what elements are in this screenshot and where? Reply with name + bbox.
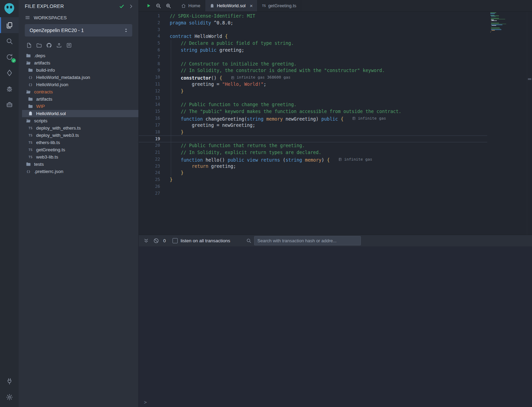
tree-item-artifacts[interactable]: artifacts — [22, 59, 138, 67]
code-line[interactable]: 13 — [139, 95, 487, 102]
run-script-button[interactable] — [146, 3, 151, 8]
line-number: 23 — [139, 163, 160, 170]
code-line[interactable]: 15 // The "public" keyword makes the fun… — [139, 108, 487, 115]
folder-icon — [25, 162, 31, 167]
code-line[interactable]: 2pragma solidity ^0.8.0; — [139, 20, 487, 27]
code-line[interactable]: 11 greeting = "Hello, World!"; — [139, 81, 487, 88]
workspaces-label: WORKSPACES — [34, 15, 67, 20]
code-line[interactable]: 17 greeting = newGreeting; — [139, 122, 487, 129]
tree-item-tests[interactable]: tests — [22, 161, 138, 168]
code-line[interactable]: 24 } — [139, 170, 487, 176]
code-region[interactable]: 1// SPDX-License-Identifier: MIT2pragma … — [139, 12, 487, 197]
clear-console-icon[interactable] — [153, 238, 159, 244]
code-line[interactable]: 22 function hello() public view returns … — [139, 156, 487, 163]
tree-item-contracts[interactable]: contracts — [22, 88, 138, 95]
tree-item-ethers-lib-ts[interactable]: TSethers-lib.ts — [22, 139, 138, 146]
tab-getgreeting-ts[interactable]: TSgetGreeting.ts — [258, 0, 301, 11]
search-in-files-icon[interactable] — [0, 33, 19, 49]
tree-item-deploy-with-ethers-ts[interactable]: TSdeploy_with_ethers.ts — [22, 124, 138, 132]
line-number: 6 — [139, 47, 160, 54]
terminal-search-input[interactable] — [254, 236, 361, 245]
tree-item-helloworld-sol[interactable]: HelloWorld.sol — [22, 110, 138, 117]
zoom-in-button[interactable] — [166, 3, 171, 9]
tree-item-getgreeting-ts[interactable]: TSgetGreeting.ts — [22, 146, 138, 153]
plugin-manager-icon[interactable] — [0, 96, 19, 112]
debugger-icon[interactable] — [0, 81, 19, 96]
code-line[interactable]: 14 // Public function to change the gree… — [139, 101, 487, 108]
code-line[interactable]: 25} — [139, 176, 487, 183]
deploy-and-run-icon[interactable] — [0, 65, 19, 81]
code-line[interactable]: 8 // Constructor to initialize the greet… — [139, 61, 487, 68]
tree-item-artifacts[interactable]: artifacts — [22, 95, 138, 103]
tree-item--deps[interactable]: .deps — [22, 52, 138, 59]
code-line-text: } — [160, 176, 487, 183]
code-line[interactable]: 4contract HelloWorld { — [139, 33, 487, 40]
code-line[interactable]: 5 // Declare a public field of type stri… — [139, 40, 487, 47]
tab-helloworld-sol[interactable]: HelloWorld.sol× — [205, 0, 258, 11]
create-new-folder-button[interactable] — [36, 42, 42, 48]
tree-item-label: contracts — [34, 89, 53, 94]
folder-open-icon — [25, 89, 31, 94]
zoom-out-button[interactable] — [156, 3, 161, 9]
code-line[interactable]: 3 — [139, 27, 487, 33]
indent-guide — [171, 40, 171, 177]
clone-from-github-button[interactable] — [46, 42, 52, 48]
code-line[interactable]: 21 // In Solidity, explicit return types… — [139, 149, 487, 156]
code-line-text: pragma solidity ^0.8.0; — [160, 20, 487, 27]
tree-item-build-info[interactable]: build-info — [22, 67, 138, 74]
line-number: 24 — [139, 170, 160, 176]
code-line[interactable]: 12 } — [139, 88, 487, 95]
tree-item-scripts[interactable]: scripts — [22, 117, 138, 124]
line-number: 8 — [139, 61, 160, 68]
code-line[interactable]: 20 // Public function that returns the g… — [139, 142, 487, 149]
terminal-expand-icon[interactable] — [143, 238, 149, 244]
code-editor[interactable]: 1// SPDX-License-Identifier: MIT2pragma … — [139, 12, 532, 235]
line-number: 21 — [139, 149, 160, 156]
listen-all-transactions-checkbox[interactable] — [173, 238, 178, 243]
workspaces-menu-icon[interactable] — [25, 15, 30, 20]
tree-item-helloworld-metadata-json[interactable]: {}HelloWorld_metadata.json — [22, 74, 138, 81]
remix-ide: FILE EXPLORER WORKSPACES OpenZeppelin ER… — [0, 0, 532, 407]
close-tab-icon[interactable]: × — [250, 3, 253, 8]
scrollbar-thumb[interactable] — [528, 78, 531, 80]
upload-files-button[interactable] — [56, 42, 62, 48]
code-line[interactable]: 16 function changeGreeting(string memory… — [139, 115, 487, 122]
folder-icon — [28, 96, 33, 102]
plugin-connector-icon[interactable] — [0, 373, 19, 389]
workspace-select[interactable]: OpenZeppelin ERC20 - 1 — [25, 24, 132, 37]
code-line[interactable]: 18 } — [139, 129, 487, 136]
code-line[interactable]: 10 constructor() {infinite gas 368600 ga… — [139, 74, 487, 81]
gas-estimate-hint: infinite gas — [352, 115, 386, 122]
tree-item-label: deploy_with_web3.ts — [36, 133, 79, 138]
tree-item-wip[interactable]: WIP — [22, 103, 138, 110]
json-file-icon: {} — [25, 170, 31, 173]
explorer-actions — [19, 37, 138, 50]
file-explorer-icon[interactable] — [0, 17, 19, 33]
editor-scrollbar[interactable] — [527, 12, 532, 235]
minimap[interactable] — [490, 12, 517, 34]
publish-to-gist-button[interactable] — [66, 42, 72, 48]
code-line-text: string public greeting; — [160, 47, 487, 54]
tree-item-web3-lib-ts[interactable]: TSweb3-lib.ts — [22, 153, 138, 161]
code-line[interactable]: 26 — [139, 183, 487, 190]
gas-estimate-hint: infinite gas 368600 gas — [231, 74, 290, 81]
create-new-file-button[interactable] — [26, 42, 32, 48]
tree-item-deploy-with-web3-ts[interactable]: TSdeploy_with_web3.ts — [22, 132, 138, 139]
code-line[interactable]: 6 string public greeting; — [139, 47, 487, 54]
chevron-right-icon[interactable] — [128, 4, 134, 9]
tree-item--prettierrc-json[interactable]: {}.prettierrc.json — [22, 168, 138, 175]
code-line[interactable]: 23 return greeting; — [139, 163, 487, 170]
tab-home[interactable]: Home — [177, 0, 205, 11]
code-line[interactable]: 9 // In Solidity, the constructor is def… — [139, 67, 487, 74]
code-line[interactable]: 1// SPDX-License-Identifier: MIT — [139, 13, 487, 20]
solidity-compiler-icon[interactable] — [0, 49, 19, 65]
code-line[interactable]: 7 — [139, 54, 487, 61]
code-line[interactable]: 27 — [139, 190, 487, 197]
code-line[interactable]: 19 — [139, 135, 487, 142]
tree-item-helloworld-json[interactable]: {}HelloWorld.json — [22, 81, 138, 88]
editor-run-controls — [139, 0, 177, 11]
terminal-output[interactable]: > — [139, 246, 532, 407]
settings-icon[interactable] — [0, 389, 19, 405]
remix-logo-icon[interactable] — [0, 0, 19, 17]
accept-workspace-icon[interactable] — [119, 4, 124, 9]
